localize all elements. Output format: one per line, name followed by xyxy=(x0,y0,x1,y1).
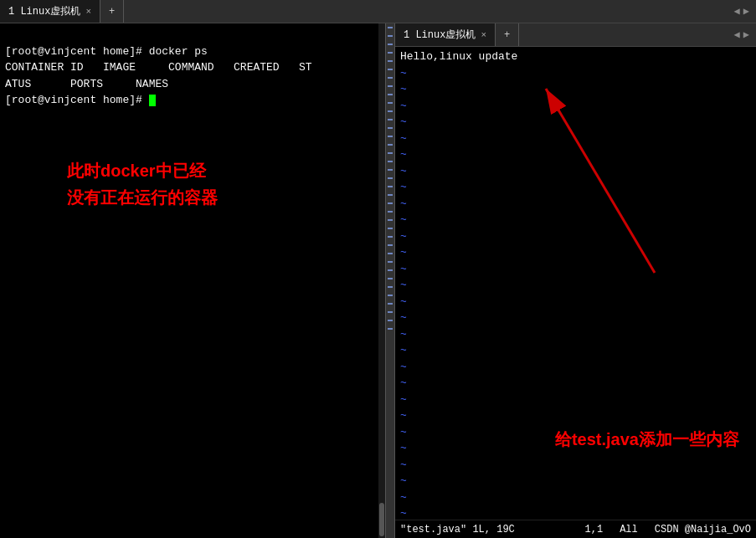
annotation-arrow xyxy=(521,64,688,298)
terminal-line-3: ATUS PORTS NAMES xyxy=(5,78,168,90)
right-right-arrow[interactable]: ▶ xyxy=(743,28,749,41)
vim-mode: All xyxy=(620,524,638,535)
vim-credit: CSDN @Naijia_OvO xyxy=(655,524,751,535)
left-tab-plus[interactable]: + xyxy=(100,0,124,23)
terminal-line-2: CONTAINER ID IMAGE COMMAND CREATED ST xyxy=(5,61,312,74)
terminal-line-1: [root@vinjcent home]# docker ps xyxy=(5,45,208,58)
right-nav-arrows: ◀ ▶ xyxy=(734,28,756,41)
vim-tilde-18: ~ xyxy=(400,326,751,343)
vim-file-name: "test.java" 1L, 19C xyxy=(400,524,515,535)
left-tab-close[interactable]: × xyxy=(85,7,91,17)
left-tab-active[interactable]: 1 Linux虚拟机 × xyxy=(0,0,100,23)
left-tab-bar: 1 Linux虚拟机 × + ◀ ▶ xyxy=(0,0,756,23)
main-content: [root@vinjcent home]# docker ps CONTAINE… xyxy=(0,23,756,538)
left-nav-arrows: ◀ ▶ xyxy=(734,5,756,18)
vim-first-line-text: Hello,linux update xyxy=(400,49,517,65)
terminal-line-4: [root@vinjcent home]# xyxy=(5,94,156,106)
right-vim-panel: 1 Linux虚拟机 × + ◀ ▶ Hello,linux update ~ … xyxy=(395,23,756,538)
right-tab-close[interactable]: × xyxy=(481,30,486,40)
right-tab-label: 1 Linux虚拟机 xyxy=(404,28,476,42)
right-left-arrow[interactable]: ◀ xyxy=(734,28,740,41)
vim-tilde-28: ~ xyxy=(400,489,751,506)
vim-tilde-19: ~ xyxy=(400,342,751,359)
left-scrollbar-thumb xyxy=(379,503,384,536)
left-terminal-panel: [root@vinjcent home]# docker ps CONTAINE… xyxy=(0,23,385,538)
plus-icon: + xyxy=(109,6,115,18)
vim-line-1: Hello,linux update xyxy=(400,49,751,65)
right-arrow-icon[interactable]: ▶ xyxy=(743,5,749,18)
terminal-cursor xyxy=(149,95,156,106)
vim-tilde-20: ~ xyxy=(400,359,751,376)
left-annotation: 此时docker中已经没有正在运行的容器 xyxy=(67,157,218,211)
right-plus-icon: + xyxy=(504,29,510,41)
vim-tilde-22: ~ xyxy=(400,392,751,408)
svg-line-1 xyxy=(546,89,655,273)
left-scrollbar[interactable] xyxy=(378,23,385,538)
left-arrow-icon[interactable]: ◀ xyxy=(734,5,740,18)
right-tab-active[interactable]: 1 Linux虚拟机 × xyxy=(395,23,496,46)
vim-tilde-21: ~ xyxy=(400,375,751,392)
vim-tilde-17: ~ xyxy=(400,310,751,326)
vim-editor-content[interactable]: Hello,linux update ~ ~ ~ ~ ~ ~ ~ ~ ~ ~ ~… xyxy=(395,47,756,520)
vim-tilde-29: ~ xyxy=(400,505,751,520)
vim-tilde-23: ~ xyxy=(400,407,751,424)
vim-status-bar: "test.java" 1L, 19C 1,1 All CSDN @Naijia… xyxy=(395,520,756,538)
right-annotation-text: 给test.java添加一些内容 xyxy=(555,430,739,448)
right-tab-bar: 1 Linux虚拟机 × + ◀ ▶ xyxy=(395,23,756,47)
terminal-output: [root@vinjcent home]# docker ps CONTAINE… xyxy=(5,27,380,125)
right-tab-plus[interactable]: + xyxy=(496,23,519,46)
vim-tilde-27: ~ xyxy=(400,473,751,489)
vim-status-right: 1,1 All CSDN @Naijia_OvO xyxy=(585,524,751,535)
vim-tilde-26: ~ xyxy=(400,457,751,474)
right-annotation: 给test.java添加一些内容 xyxy=(555,426,739,453)
vim-position: 1,1 xyxy=(585,524,604,535)
panel-divider xyxy=(385,23,395,538)
left-tab-label: 1 Linux虚拟机 xyxy=(8,4,80,18)
